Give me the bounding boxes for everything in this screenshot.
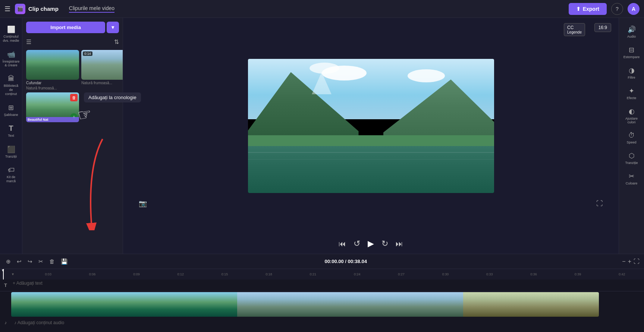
center-area: 16:9 CC Legende xyxy=(123,18,619,254)
right-item-effects-label: Efecte xyxy=(627,96,637,100)
red-arrow-annotation xyxy=(80,137,114,230)
text-track-icon: T xyxy=(4,282,7,288)
skip-forward-button[interactable]: ⏭ xyxy=(396,240,403,248)
import-dropdown-button[interactable]: ▼ xyxy=(107,22,119,33)
app-title: Clip champ xyxy=(28,6,59,12)
media-thumb-2-duration: 0:14 xyxy=(83,51,92,56)
video-clip-1[interactable] xyxy=(11,292,237,317)
preview-video xyxy=(248,59,494,193)
topbar: ☰ 🎬 Clip champ Clipurile mele video ⬆ Ex… xyxy=(0,0,644,18)
text-icon: T xyxy=(9,124,13,133)
zoom-out-button[interactable]: − xyxy=(622,258,625,265)
media-thumb-3-delete-btn[interactable]: 🗑 xyxy=(70,94,78,101)
media-grid: Cufundar Natură frumoasă... 0:14 Natură … xyxy=(22,48,123,124)
ruler-mark: 0:42 xyxy=(600,272,644,276)
sidebar-item-transitions[interactable]: ⬛ Tranziții xyxy=(1,142,21,162)
sidebar-item-templates[interactable]: ⊞ Șabloane xyxy=(1,101,21,120)
menu-icon[interactable]: ☰ xyxy=(4,5,10,13)
zoom-in-button[interactable]: + xyxy=(628,258,631,265)
timeline-zoom-controls: − + ⛶ xyxy=(622,258,640,265)
media-panel-header: Import media ▼ xyxy=(22,18,123,37)
rewind-button[interactable]: ↺ xyxy=(354,239,360,249)
sidebar-item-text-label: Text xyxy=(8,134,14,138)
record-icon: 📹 xyxy=(7,50,15,59)
import-media-button[interactable]: Import media xyxy=(26,22,105,33)
ruler-mark: 0:27 xyxy=(379,272,423,276)
timeline-time-display: 00:00.00 / 00:38.04 xyxy=(72,259,619,264)
right-item-transition-label: Tranziție xyxy=(625,161,638,165)
right-item-crop[interactable]: ✂ Culoare xyxy=(621,169,643,188)
redo-button[interactable]: ↪ xyxy=(26,257,34,266)
brand-icon: 🏷 xyxy=(8,166,15,174)
app-logo: 🎬 Clip champ xyxy=(15,4,59,14)
add-audio-button[interactable]: ♪ Adăugați conținut audio xyxy=(11,320,64,325)
help-button[interactable]: ? xyxy=(611,3,623,15)
video-clip-3[interactable] xyxy=(463,292,599,317)
sidebar-item-media-label: Conținutul dvs. medie xyxy=(3,35,19,43)
captions-button[interactable]: CC Legende xyxy=(564,23,585,36)
text-track-label: T xyxy=(0,282,11,288)
library-icon: 🏛 xyxy=(8,75,15,83)
right-item-stamp[interactable]: ⊟ Estompare xyxy=(621,43,643,62)
media-thumb-2[interactable]: 0:14 xyxy=(81,50,123,80)
audio-track-row: ♪ ♪ Adăugați conținut audio xyxy=(0,317,644,328)
video-clip-2[interactable] xyxy=(237,292,463,317)
sort-icon[interactable]: ⇅ xyxy=(114,38,119,45)
save-button[interactable]: 💾 xyxy=(59,257,69,266)
sidebar-item-library[interactable]: 🏛 Bibliotecă de conținut xyxy=(1,72,21,99)
right-item-transition[interactable]: ⬡ Tranziție xyxy=(621,149,643,168)
ruler-mark: 0:15 xyxy=(202,272,246,276)
media-thumb-2-sublabel: Natură frumoasă... xyxy=(81,81,123,85)
filters-icon: ◑ xyxy=(629,66,635,75)
right-item-speed[interactable]: ⏱ Speed xyxy=(621,129,643,147)
cut-button[interactable]: ✂ xyxy=(37,257,45,266)
right-sidebar: 🔊 Audio ⊟ Estompare ◑ Filtre ✦ Efecte ◐ … xyxy=(619,18,644,254)
ruler-mark: 0:24 xyxy=(335,272,379,276)
timeline-fullscreen-button[interactable]: ⛶ xyxy=(634,258,640,265)
sidebar-item-record[interactable]: 📹 Înregistrare & creare xyxy=(1,47,21,71)
right-item-audio-label: Audio xyxy=(627,35,636,38)
ruler-mark: 0:39 xyxy=(556,272,600,276)
media-thumb-3[interactable]: 🗑 + Beautiful Nat xyxy=(26,92,79,122)
undo-button[interactable]: ↩ xyxy=(15,257,23,266)
playhead[interactable] xyxy=(3,269,4,279)
ruler-mark: 0:21 xyxy=(291,272,335,276)
transitions-icon: ⬛ xyxy=(7,145,15,154)
right-item-audio[interactable]: 🔊 Audio xyxy=(621,22,643,41)
play-button[interactable]: ▶ xyxy=(368,239,374,249)
filter-icon[interactable]: ☰ xyxy=(26,38,31,45)
media-item-3: 🗑 + Beautiful Nat xyxy=(26,92,79,122)
right-item-color[interactable]: ◐ Ajustare culori xyxy=(621,104,643,127)
export-icon: ⬆ xyxy=(576,6,581,12)
sidebar-item-text[interactable]: T Text xyxy=(1,121,21,141)
audio-track-icon: ♪ xyxy=(4,320,7,325)
sidebar-item-media[interactable]: ⬜ Conținutul dvs. medie xyxy=(1,22,21,46)
right-item-stamp-label: Estompare xyxy=(623,55,640,59)
sidebar-item-brand-label: Kit de marcă xyxy=(3,175,19,183)
right-item-effects[interactable]: ✦ Efecte xyxy=(621,84,643,103)
right-item-crop-label: Culoare xyxy=(626,181,638,185)
delete-button[interactable]: 🗑 xyxy=(48,257,56,266)
media-item-1: Cufundar Natură frumoasă... xyxy=(26,50,79,90)
avatar[interactable]: A xyxy=(628,3,640,15)
right-item-filters[interactable]: ◑ Filtre xyxy=(621,63,643,82)
right-item-speed-label: Speed xyxy=(626,140,636,144)
media-item-2: 0:14 Natură frumoasă... xyxy=(81,50,123,90)
sidebar-item-library-label: Bibliotecă de conținut xyxy=(3,84,19,96)
sidebar-item-brand[interactable]: 🏷 Kit de marcă xyxy=(1,163,21,186)
media-thumb-1[interactable] xyxy=(26,50,79,80)
ruler-mark: 0:18 xyxy=(247,272,291,276)
timeline-ruler: ▼ 0:03 0:06 0:09 0:12 0:15 0:18 0:21 0:2… xyxy=(0,269,644,279)
screenshot-button[interactable]: 📷 xyxy=(139,199,147,208)
add-text-button[interactable]: + Adăugați text xyxy=(11,281,43,286)
export-button[interactable]: ⬆ Export xyxy=(569,3,607,15)
ruler-mark: 0:12 xyxy=(158,272,202,276)
snap-tool-button[interactable]: ⊕ xyxy=(4,257,12,266)
ruler-mark: 0:09 xyxy=(114,272,158,276)
nav-label[interactable]: Clipurile mele video xyxy=(69,5,114,13)
skip-back-button[interactable]: ⏮ xyxy=(339,240,346,248)
aspect-ratio-button[interactable]: 16:9 xyxy=(594,23,611,32)
forward-button[interactable]: ↻ xyxy=(381,239,388,249)
fullscreen-button[interactable]: ⛶ xyxy=(596,200,603,208)
video-track-row xyxy=(0,291,644,317)
